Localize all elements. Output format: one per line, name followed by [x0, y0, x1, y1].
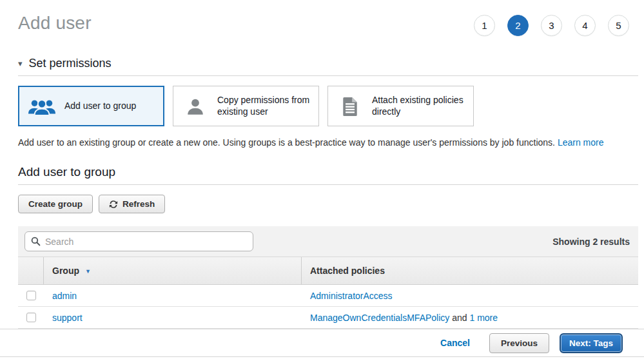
table-header: Group ▼ Attached policies [18, 257, 638, 285]
card-label: Add user to group [64, 101, 140, 112]
set-permissions-title: Set permissions [29, 57, 112, 70]
row-checkbox[interactable] [26, 291, 36, 300]
row-checkbox-cell [18, 285, 44, 306]
cancel-link[interactable]: Cancel [440, 338, 470, 348]
previous-button[interactable]: Previous [489, 333, 549, 353]
next-tags-button[interactable]: Next: Tags [560, 333, 623, 353]
collapse-caret-icon: ▾ [18, 59, 23, 68]
column-header-group[interactable]: Group ▼ [44, 257, 302, 284]
group-column-label: Group [52, 266, 79, 276]
groups-table: Showing 2 results Group ▼ Attached polic… [18, 226, 638, 329]
step-2-active[interactable]: 2 [507, 15, 529, 36]
search-icon [31, 237, 41, 246]
refresh-icon [109, 200, 118, 209]
user-icon [173, 97, 217, 116]
results-count: Showing 2 results [552, 237, 632, 247]
permission-option-cards: Add user to group Copy permissions from … [18, 86, 638, 126]
table-toolbar: Showing 2 results [18, 226, 638, 257]
set-permissions-toggle[interactable]: ▾ Set permissions [18, 57, 638, 70]
and-text: and [449, 313, 469, 323]
refresh-label: Refresh [122, 199, 155, 209]
column-header-policies: Attached policies [302, 257, 638, 284]
group-actions: Create group Refresh [18, 195, 638, 213]
add-user-to-group-heading: Add user to group [18, 165, 638, 179]
policy-link[interactable]: ManageOwnCredentialsMFAPolicy [310, 313, 449, 323]
group-cell: support [44, 307, 302, 328]
header-checkbox-cell [18, 257, 44, 284]
group-cell: admin [44, 285, 302, 306]
user-group-icon [19, 97, 64, 116]
more-link[interactable]: 1 more [469, 313, 498, 323]
step-1[interactable]: 1 [474, 15, 495, 36]
sort-desc-icon[interactable]: ▼ [85, 267, 91, 275]
create-group-button[interactable]: Create group [18, 195, 93, 213]
card-label: Attach existing policies directly [372, 95, 473, 117]
page-title: Add user [18, 13, 92, 34]
policy-link[interactable]: AdministratorAccess [310, 291, 393, 301]
card-copy-permissions[interactable]: Copy permissions from existing user [173, 86, 319, 126]
group-link[interactable]: admin [52, 291, 77, 301]
page-header: Add user 1 2 3 4 5 [18, 0, 638, 36]
card-add-user-to-group[interactable]: Add user to group [18, 86, 164, 126]
step-5[interactable]: 5 [608, 15, 629, 36]
wizard-steps: 1 2 3 4 5 [474, 15, 629, 36]
step-3[interactable]: 3 [541, 15, 562, 36]
search-box[interactable] [24, 231, 253, 251]
table-row: admin AdministratorAccess [18, 285, 638, 307]
policies-cell: AdministratorAccess [302, 285, 638, 306]
policies-cell: ManageOwnCredentialsMFAPolicy and 1 more [302, 307, 638, 328]
row-checkbox-cell [18, 307, 44, 328]
policies-column-label: Attached policies [310, 266, 385, 276]
section-divider [18, 75, 638, 76]
group-link[interactable]: support [52, 313, 83, 323]
learn-more-link[interactable]: Learn more [558, 137, 604, 148]
document-icon [328, 97, 372, 116]
card-attach-policies[interactable]: Attach existing policies directly [327, 86, 474, 126]
description-text: Add user to an existing group or create … [18, 137, 555, 148]
permissions-description: Add user to an existing group or create … [18, 137, 638, 148]
section-divider [18, 184, 638, 185]
refresh-button[interactable]: Refresh [99, 195, 165, 213]
page-content: Add user 1 2 3 4 5 ▾ Set permissions [0, 0, 644, 329]
row-checkbox[interactable] [26, 313, 36, 322]
card-label: Copy permissions from existing user [217, 95, 318, 117]
wizard-footer: Cancel Previous Next: Tags [0, 329, 644, 357]
step-4[interactable]: 4 [574, 15, 596, 36]
search-input[interactable] [45, 237, 247, 247]
table-row: support ManageOwnCredentialsMFAPolicy an… [18, 307, 638, 329]
